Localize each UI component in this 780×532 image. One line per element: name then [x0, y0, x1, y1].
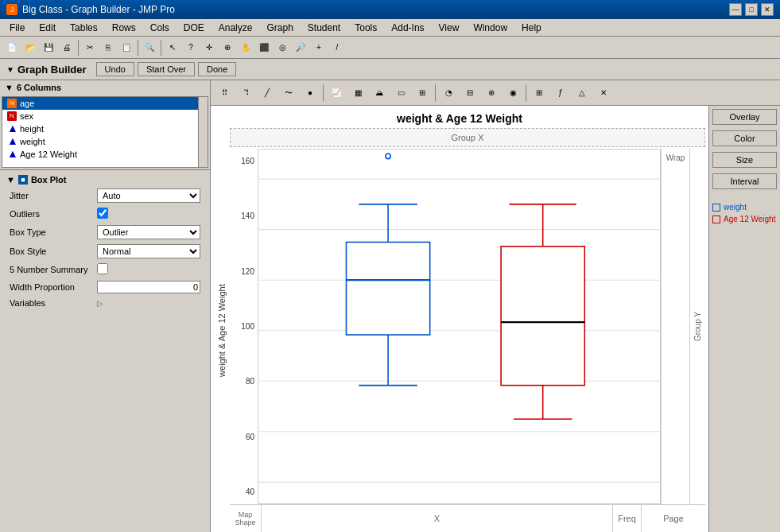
toolbar-cut[interactable]: ✂ — [81, 39, 99, 56]
toolbar-line[interactable]: / — [328, 39, 346, 56]
gt-boxplot[interactable]: ▭ — [390, 83, 411, 103]
toolbar-open[interactable]: 📂 — [21, 39, 39, 56]
y-tick-100: 100 — [241, 322, 254, 331]
columns-scrollbar[interactable] — [198, 97, 208, 167]
toolbar-arrow[interactable]: ↖ — [164, 39, 181, 56]
menu-graph[interactable]: Graph — [260, 21, 299, 35]
map-shape-label[interactable]: Map Shape — [230, 505, 262, 532]
col-age12weight[interactable]: ▲ Age 12 Weight — [2, 148, 208, 161]
x-dropzone[interactable]: X — [262, 505, 613, 532]
toolbar-zoomin[interactable]: + — [310, 39, 328, 56]
boxstyle-control: Normal Notched Violin — [97, 244, 200, 258]
group-x-dropzone[interactable]: Group X — [230, 128, 705, 147]
page-label[interactable]: Page — [642, 505, 705, 532]
title-bar-left: J Big Class - Graph Builder - JMP Pro — [6, 4, 175, 15]
color-button[interactable]: Color — [712, 130, 777, 146]
widthprop-input[interactable] — [97, 281, 200, 293]
weight-icon: ▲ — [7, 137, 17, 146]
overlay-button[interactable]: Overlay — [712, 109, 777, 125]
menu-help[interactable]: Help — [515, 21, 548, 35]
minimize-button[interactable]: — — [729, 3, 742, 16]
boxstyle-select[interactable]: Normal Notched Violin — [97, 244, 200, 258]
menu-addins[interactable]: Add-Ins — [385, 21, 430, 35]
menu-student[interactable]: Student — [301, 21, 347, 35]
columns-header[interactable]: ▼ 6 Columns — [0, 80, 210, 95]
gt-treemap[interactable]: ⊟ — [460, 83, 480, 103]
variables-arrow[interactable]: ▷ — [97, 299, 103, 308]
jitter-select[interactable]: Auto All None — [97, 188, 200, 203]
col-age[interactable]: N age — [2, 97, 208, 110]
toolbar-new[interactable]: 📄 — [3, 39, 21, 56]
gt-area[interactable]: ⛰ — [369, 83, 390, 103]
gt-shape[interactable]: △ — [572, 83, 592, 103]
toolbar-save[interactable]: 💾 — [40, 39, 57, 56]
boxplot-header[interactable]: ▼ ■ Box Plot — [3, 173, 207, 186]
menu-tables[interactable]: Tables — [64, 21, 104, 35]
boxtype-select[interactable]: Outlier Quantile Outlier Whisker — [97, 225, 200, 239]
toolbar-pan[interactable]: ✋ — [237, 39, 254, 56]
freq-label[interactable]: Freq — [613, 505, 642, 532]
gt-heatmap[interactable]: ⊞ — [412, 83, 433, 103]
toolbar-print[interactable]: 🖨 — [58, 39, 76, 56]
done-button[interactable]: Done — [198, 62, 236, 76]
menu-file[interactable]: File — [3, 21, 31, 35]
undo-button[interactable]: Undo — [96, 62, 134, 76]
outliers-checkbox[interactable] — [97, 208, 108, 219]
fivenumber-checkbox[interactable] — [97, 263, 108, 274]
toolbar-brush[interactable]: ⬛ — [255, 39, 273, 56]
toolbar-paste[interactable]: 📋 — [118, 39, 135, 56]
size-button[interactable]: Size — [712, 152, 777, 168]
toolbar-sep-2 — [138, 40, 138, 56]
menu-view[interactable]: View — [433, 21, 466, 35]
gt-map1[interactable]: ⊕ — [481, 83, 502, 103]
gt-bar[interactable]: ▦ — [347, 83, 368, 103]
toolbar-help[interactable]: ? — [182, 39, 200, 56]
maximize-button[interactable]: □ — [745, 3, 758, 16]
menu-rows[interactable]: Rows — [106, 21, 142, 35]
gt-smooth[interactable]: 〜 — [278, 83, 299, 103]
col-height[interactable]: ▲ height — [2, 122, 208, 135]
gt-circle[interactable]: ● — [300, 83, 320, 103]
toolbar-zoom[interactable]: ⊕ — [219, 39, 236, 56]
gt-pie[interactable]: ◔ — [438, 83, 459, 103]
toolbar-copy[interactable]: ⎘ — [99, 39, 117, 56]
variables-row: Variables ▷ — [3, 296, 207, 310]
plot-canvas: Group X 160 140 120 100 80 — [230, 128, 705, 532]
close-button[interactable]: ✕ — [761, 3, 774, 16]
boxplot-collapse: ▼ — [6, 175, 15, 184]
widthprop-label: Width Proportion — [10, 282, 97, 292]
toolbar-crosshair[interactable]: ✛ — [200, 39, 218, 56]
toolbar-search[interactable]: 🔍 — [141, 39, 158, 56]
menu-cols[interactable]: Cols — [144, 21, 176, 35]
interval-button[interactable]: Interval — [712, 173, 777, 189]
col-sex[interactable]: N sex — [2, 110, 208, 122]
menu-doe[interactable]: DOE — [177, 21, 211, 35]
menu-edit[interactable]: Edit — [33, 21, 62, 35]
y-tick-60: 60 — [246, 433, 254, 441]
widthprop-row: Width Proportion — [3, 278, 207, 296]
collapse-arrow[interactable]: ▼ — [6, 65, 14, 74]
gt-table[interactable]: ⊞ — [529, 83, 549, 103]
gt-formula[interactable]: ƒ — [550, 83, 571, 103]
toolbar-lasso[interactable]: ◎ — [274, 39, 291, 56]
menu-analyze[interactable]: Analyze — [212, 21, 259, 35]
start-over-button[interactable]: Start Over — [138, 62, 195, 76]
gt-linechart[interactable]: 📈 — [326, 83, 347, 103]
boxstyle-row: Box Style Normal Notched Violin — [3, 242, 207, 261]
col-weight[interactable]: ▲ weight — [2, 135, 208, 148]
plot-svg-area[interactable] — [258, 149, 661, 504]
gt-map2[interactable]: ◉ — [503, 83, 523, 103]
boxtype-label: Box Type — [10, 227, 97, 237]
group-y-dropzone[interactable]: Group Y — [689, 149, 705, 504]
wrap-dropzone[interactable]: Wrap — [661, 149, 689, 504]
gt-dotline[interactable]: ⠹ — [235, 83, 256, 103]
toolbar-zoom2[interactable]: 🔎 — [292, 39, 309, 56]
menu-window[interactable]: Window — [467, 21, 514, 35]
height-icon: ▲ — [7, 124, 17, 134]
gt-cross[interactable]: ✕ — [593, 83, 614, 103]
menu-tools[interactable]: Tools — [348, 21, 383, 35]
gt-line[interactable]: ╱ — [257, 83, 277, 103]
graph-area: ⠿ ⠹ ╱ 〜 ● 📈 ▦ ⛰ ▭ ⊞ ◔ ⊟ ⊕ ◉ ⊞ ƒ △ ✕ — [211, 80, 780, 532]
group-y-label: Group Y — [693, 312, 702, 341]
gt-dots[interactable]: ⠿ — [214, 83, 235, 103]
